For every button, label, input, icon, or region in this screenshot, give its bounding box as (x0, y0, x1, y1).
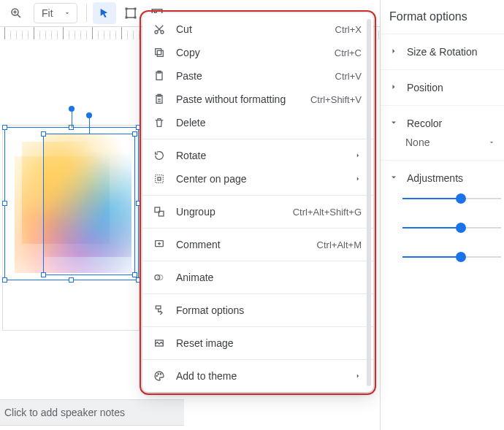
menu-item-paste-plain[interactable]: Paste without formatting Ctrl+Shift+V (142, 88, 373, 111)
menu-item-comment[interactable]: Comment Ctrl+Alt+M (142, 233, 373, 256)
resize-handle-sw[interactable] (41, 272, 46, 277)
section-label: Adjustments (407, 172, 463, 184)
menu-item-label: Copy (176, 47, 324, 58)
menu-item-rotate[interactable]: Rotate (142, 144, 373, 167)
menu-item-center[interactable]: Center on page (142, 167, 373, 191)
zoom-tool-icon[interactable] (4, 2, 28, 24)
resize-handle-nw[interactable] (2, 125, 7, 130)
selection-bounds[interactable] (4, 127, 139, 280)
rotation-handle[interactable] (69, 106, 75, 112)
section-recolor[interactable]: Recolor None (381, 106, 504, 161)
chevron-down-icon (389, 172, 398, 184)
rotation-handle[interactable] (86, 112, 92, 118)
menu-item-animate[interactable]: Animate (142, 266, 373, 289)
svg-point-12 (161, 31, 164, 34)
menu-item-ungroup[interactable]: Ungroup Ctrl+Alt+Shift+G (142, 200, 373, 223)
delete-icon (153, 116, 166, 129)
menu-separator (142, 359, 373, 360)
section-size-rotation[interactable]: Size & Rotation (381, 34, 504, 70)
copy-icon (153, 46, 166, 59)
resize-handle-w[interactable] (2, 201, 7, 206)
context-menu-scrollbar[interactable] (367, 19, 371, 386)
menu-item-label: Rotate (176, 150, 344, 161)
menu-item-paste[interactable]: Paste Ctrl+V (142, 64, 373, 88)
menu-item-accelerator: Ctrl+Alt+Shift+G (293, 207, 362, 218)
animate-icon (153, 271, 166, 284)
svg-point-27 (158, 275, 163, 280)
section-label: Position (407, 82, 443, 93)
menu-item-label: Delete (176, 117, 362, 128)
zoom-level-value: Fit (42, 7, 53, 19)
svg-rect-7 (125, 17, 127, 19)
menu-item-label: Paste without formatting (176, 93, 300, 105)
menu-item-label: Paste (176, 70, 325, 82)
speaker-notes-input[interactable]: Click to add speaker notes (0, 399, 184, 426)
adjustments-slider-1[interactable] (402, 191, 504, 206)
svg-point-32 (160, 374, 161, 375)
svg-rect-4 (126, 9, 135, 18)
chevron-right-icon (389, 46, 398, 58)
resize-handle-s[interactable] (69, 277, 74, 283)
chevron-down-icon (64, 9, 71, 17)
resize-handle-ne[interactable] (136, 125, 141, 130)
svg-rect-28 (156, 306, 161, 309)
menu-item-label: Ungroup (176, 206, 283, 218)
section-position[interactable]: Position (381, 70, 504, 106)
menu-separator (142, 139, 373, 139)
resize-handle-se[interactable] (136, 277, 141, 283)
menu-separator (142, 195, 373, 196)
comment-icon (153, 238, 166, 251)
section-adjustments[interactable]: Adjustments (381, 161, 504, 283)
menu-item-reset-image[interactable]: Reset image (142, 331, 373, 355)
svg-rect-14 (156, 49, 161, 55)
chevron-right-icon (389, 82, 398, 93)
menu-item-cut[interactable]: Cut Ctrl+X (142, 18, 373, 41)
menu-separator (142, 293, 373, 294)
svg-rect-19 (156, 175, 164, 183)
adjustments-slider-3[interactable] (402, 250, 504, 264)
inner-selection[interactable] (43, 134, 135, 275)
resize-handle-e[interactable] (136, 201, 141, 206)
menu-item-format-options[interactable]: Format options (142, 299, 373, 322)
zoom-level-select[interactable]: Fit (34, 3, 77, 23)
menu-item-label: Cut (176, 23, 325, 35)
svg-rect-8 (134, 17, 136, 19)
resize-handle-se[interactable] (132, 272, 137, 277)
reset-image-icon (153, 337, 166, 350)
recolor-value: None (405, 137, 429, 148)
adjustments-slider-2[interactable] (402, 220, 504, 235)
speaker-notes-placeholder: Click to add speaker notes (4, 407, 125, 418)
format-options-panel: Format options Size & Rotation Position … (380, 0, 504, 430)
textbox-tool-button[interactable] (119, 2, 142, 24)
menu-separator (142, 228, 373, 229)
submenu-arrow-icon (354, 370, 362, 382)
svg-point-11 (155, 31, 158, 34)
menu-item-delete[interactable]: Delete (142, 111, 373, 134)
rotation-line (72, 110, 72, 128)
chevron-down-icon (389, 118, 398, 129)
menu-item-add-to-theme[interactable]: Add to theme (142, 364, 373, 388)
svg-rect-6 (134, 8, 136, 10)
rotation-line (89, 117, 90, 134)
palette-icon (153, 369, 166, 383)
paste-icon (153, 69, 166, 82)
resize-handle-ne[interactable] (132, 131, 137, 137)
svg-line-1 (18, 15, 20, 18)
menu-separator (142, 326, 373, 327)
recolor-select[interactable]: None (389, 137, 495, 148)
menu-item-accelerator: Ctrl+C (335, 47, 362, 58)
chevron-down-icon (488, 139, 495, 146)
menu-item-copy[interactable]: Copy Ctrl+C (142, 41, 373, 64)
submenu-arrow-icon (354, 150, 362, 161)
resize-handle-nw[interactable] (41, 131, 46, 137)
menu-item-label: Center on page (176, 173, 344, 185)
svg-point-31 (158, 374, 159, 375)
svg-rect-13 (157, 50, 163, 56)
resize-handle-sw[interactable] (2, 277, 7, 283)
context-menu: Cut Ctrl+X Copy Ctrl+C Paste Ctrl+V Past… (142, 13, 373, 392)
menu-item-label: Reset image (176, 337, 362, 349)
menu-item-label: Comment (176, 239, 307, 250)
select-tool-button[interactable] (93, 2, 116, 24)
svg-point-30 (156, 375, 157, 376)
menu-item-label: Add to theme (176, 370, 344, 382)
